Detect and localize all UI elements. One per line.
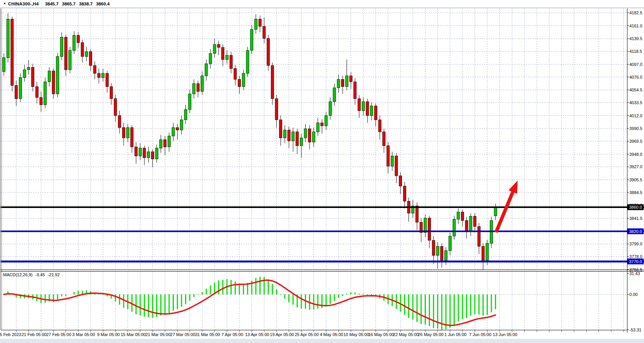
candle-body [40,98,42,105]
candle-body [151,152,154,159]
candle-body [374,106,377,120]
candle-body [110,87,113,99]
candle-body [478,226,480,247]
candle-body [308,129,311,142]
macd-indicator-label: MACD(12,26,9) -9.45 -21.92 [3,272,61,277]
price-tick-label: 4139.5 [629,36,642,41]
candle-body [122,128,125,138]
candle-body [106,73,109,86]
date-label: 31 Mar 05:00 [195,332,220,337]
candle-body [242,73,245,86]
candle-body [93,66,96,73]
candle-body [283,130,286,138]
candle-body [143,148,146,158]
candle-body [403,186,406,201]
candle-body [486,243,489,260]
candle-body [366,102,369,116]
date-label: 21 Mar 05:00 [146,332,171,337]
candle-body [428,218,431,240]
candle-body [333,88,336,102]
candle-body [461,212,464,221]
candle-body [453,219,456,236]
macd-tick-label: 0.00 [629,292,637,297]
candle-body [271,66,274,99]
date-label: 26 May 05:00 [418,332,444,337]
candle-body [436,247,439,255]
candle-body [288,130,290,141]
date-label: 9 Mar 05:00 [97,332,120,337]
candle-body [292,132,294,141]
candle-body [370,106,373,116]
quote-close-value: 3860.4 [96,2,109,6]
candle-body [131,128,133,147]
candle-body [98,73,100,78]
price-tick-label: 3778.0 [629,254,642,259]
candle-body [11,19,13,86]
candle-body [15,85,18,98]
candle-body [432,240,435,255]
candle-body [193,84,195,94]
date-label: 27 Mar 05:00 [170,332,195,337]
candle-body [474,216,476,226]
candle-body [168,136,170,147]
candle-body [188,94,191,110]
date-label: 19 Apr 05:00 [270,332,294,337]
candle-body [209,54,212,64]
candle-body [85,52,88,57]
candle-body [465,220,468,231]
price-tick-label: 4033.5 [629,100,642,105]
candle-body [445,251,447,260]
price-tick-label: 3799.0 [629,242,642,246]
date-label: 15 Mar 05:00 [121,332,146,337]
candle-body [424,218,427,233]
price-tick-label: 3927.0 [629,164,642,169]
candle-body [135,147,138,156]
candle-body [205,64,208,76]
price-tick-label: 4161.0 [629,24,642,28]
macd-value: -9.45 [35,272,45,277]
candle-body [3,58,5,72]
price-line-label: 3860.0 [629,205,642,210]
candle-body [254,19,257,30]
candle-body [73,35,76,51]
candle-body [44,82,47,105]
candle-body [279,120,282,138]
candle-body [114,99,117,116]
candle-body [337,79,340,88]
candle-body [296,132,299,146]
candle-body [263,26,266,38]
candle-body [313,132,315,142]
candle-body [77,35,79,43]
price-axis-surface[interactable] [627,8,644,330]
price-tick-label: 3905.5 [629,177,642,182]
macd-tick-label: -53.31 [629,328,641,332]
candle-body [345,76,348,86]
candle-body [321,123,323,126]
candle-body [341,79,344,87]
candle-body [494,207,497,216]
candle-body [139,148,141,156]
candle-body [329,102,331,116]
chart-svg: 4182.54161.04139.54118.54097.04076.04054… [0,0,644,343]
price-line-label: 3770.0 [629,259,642,264]
date-label: 16 May 05:00 [368,332,394,337]
candle-body [449,236,451,251]
date-label: 1 Jun 05:00 [444,332,467,337]
date-label: 27 Feb 05:00 [46,332,71,337]
macd-name: MACD(12,26,9) [3,272,32,277]
date-label: 7 Apr 05:00 [222,332,243,337]
quote-low-value: 3838.7 [79,2,92,6]
price-tick-label: 3841.5 [629,216,642,221]
candle-body [441,247,443,260]
candle-body [234,69,237,79]
candle-body [217,44,220,47]
candle-body [180,120,183,130]
symbol-dropdown-icon[interactable]: ▼ [3,2,6,5]
candle-body [325,116,328,126]
price-tick-label: 3948.0 [629,152,642,157]
time-axis-labels: 15 Feb 202321 Feb 05:0027 Feb 05:003 Mar… [0,332,517,337]
price-tick-label: 4118.5 [629,49,642,54]
candle-body [56,56,59,94]
candle-body [172,128,175,136]
candle-body [354,82,356,99]
